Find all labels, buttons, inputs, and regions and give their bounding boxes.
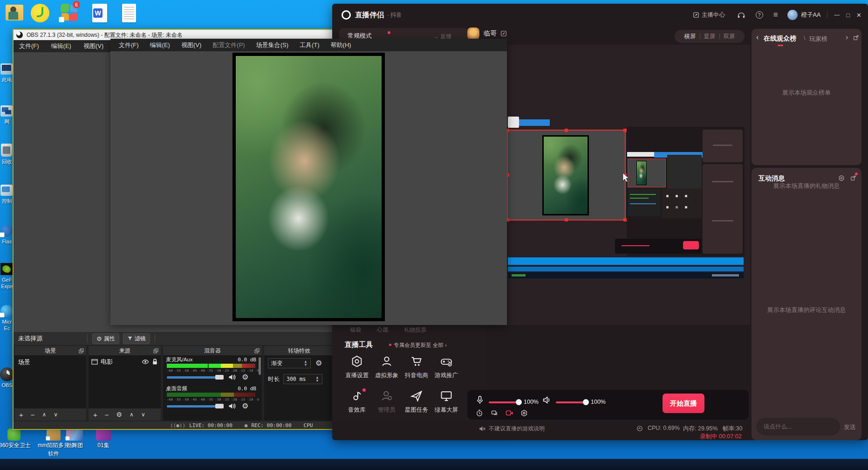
mixer-panel-header[interactable]: 混音器: [163, 346, 262, 355]
scenes-panel-header[interactable]: 场景: [14, 346, 86, 355]
mic-volume-handle[interactable]: [516, 399, 522, 405]
tab-player-rank[interactable]: 玩家榜: [809, 35, 827, 43]
user-folder-icon[interactable]: [6, 5, 23, 21]
add-scene-button[interactable]: +: [19, 411, 23, 419]
menu-help[interactable]: 帮助(H): [331, 41, 351, 49]
menu-scene-collection[interactable]: 场景集合(S): [256, 41, 288, 49]
scene-down-button[interactable]: ∨: [54, 411, 58, 418]
message-settings-icon[interactable]: [838, 175, 845, 181]
selection-handle[interactable]: [623, 218, 627, 221]
mic-volume-slider[interactable]: [489, 401, 519, 403]
maximize-button[interactable]: □: [846, 12, 850, 19]
desktop-icon-recycle-bin[interactable]: [1, 144, 12, 157]
properties-button[interactable]: ⚙属性: [92, 333, 119, 344]
start-live-button[interactable]: 开始直播: [663, 394, 704, 413]
popout-icon[interactable]: [853, 35, 859, 41]
desktop-icon-audition[interactable]: [66, 429, 83, 441]
desktop-icon-geforce[interactable]: [0, 263, 13, 275]
desktop-icon-edge[interactable]: [0, 305, 13, 317]
word-doc-icon[interactable]: W: [92, 4, 107, 22]
desktop-icon-momo-multi[interactable]: [47, 429, 61, 441]
filters-button[interactable]: 滤镜: [123, 333, 150, 344]
tab-lucky-bag[interactable]: 福袋: [350, 326, 361, 334]
scene-list-item[interactable]: 场景: [18, 358, 30, 366]
microphone-icon[interactable]: [476, 395, 484, 405]
transitions-panel-header[interactable]: 转场特效: [264, 346, 334, 355]
speaker-volume-slider[interactable]: [556, 401, 587, 403]
menu-file[interactable]: 文件(F): [119, 41, 139, 49]
capture-region-selection[interactable]: [507, 130, 626, 221]
speaker-volume-handle[interactable]: [583, 399, 589, 405]
desktop-icon-flash[interactable]: [0, 225, 13, 237]
sources-panel-header[interactable]: 来源: [89, 346, 161, 355]
scene-up-button[interactable]: ∧: [42, 411, 47, 418]
menu-edit[interactable]: 编辑(E): [150, 41, 170, 49]
camera-icon[interactable]: [506, 409, 514, 417]
add-source-button[interactable]: +: [93, 411, 97, 419]
menu-tools[interactable]: 工具(T): [300, 41, 320, 49]
eye-visibility-icon[interactable]: [142, 359, 149, 365]
lock-icon[interactable]: [152, 359, 158, 365]
tool-virtual-avatar[interactable]: 虚拟形象: [375, 355, 399, 383]
menu-icon[interactable]: ≡: [773, 10, 778, 20]
headset-icon[interactable]: [737, 11, 745, 19]
source-properties-button[interactable]: ⚙: [116, 411, 123, 418]
close-button[interactable]: ✕: [856, 12, 861, 19]
screen-flip-icon[interactable]: [491, 409, 499, 417]
selection-handle[interactable]: [565, 129, 568, 132]
transition-select[interactable]: 渐变▲▼: [268, 358, 311, 368]
account-avatar[interactable]: [787, 10, 798, 20]
duration-field[interactable]: 300 ms▲▼: [283, 374, 322, 384]
mixer-scrollbar[interactable]: [259, 357, 261, 375]
tool-admin[interactable]: 管理员: [375, 389, 399, 417]
selection-handle[interactable]: [623, 129, 627, 132]
desktop-icon-control-panel[interactable]: [0, 185, 13, 196]
menu-edit[interactable]: 编辑(E): [51, 42, 71, 50]
edit-name-icon[interactable]: [500, 30, 507, 37]
send-button[interactable]: 发送: [844, 423, 856, 431]
remove-source-button[interactable]: −: [105, 411, 109, 419]
desktop-icon-this-pc[interactable]: [0, 63, 13, 75]
tab-online-viewers[interactable]: 在线观众榜: [764, 35, 796, 43]
tools-promo-link[interactable]: 专属会员更新至 全部 ›: [394, 342, 447, 349]
menu-view[interactable]: 视图(V): [181, 41, 201, 49]
dock-float-icon[interactable]: [254, 348, 260, 353]
tab-gift-vote[interactable]: 礼物投票: [404, 326, 426, 334]
tool-green-screen[interactable]: 绿幕大屏: [434, 389, 458, 417]
speaker-volume-icon[interactable]: [543, 396, 552, 404]
menu-view[interactable]: 视图(V): [83, 42, 103, 50]
mixer-ch2-volume-slider[interactable]: [167, 405, 223, 408]
tab-portrait[interactable]: 竖屏: [704, 33, 716, 41]
menu-profile[interactable]: 配置文件(P): [212, 41, 245, 49]
speaker-icon[interactable]: [228, 403, 236, 409]
360-manager-icon[interactable]: 6: [60, 4, 79, 23]
source-down-button[interactable]: ∨: [141, 411, 145, 418]
forward-chevron-icon[interactable]: ›: [846, 33, 848, 41]
remove-scene-button[interactable]: −: [31, 411, 35, 419]
mixer-ch1-settings-icon[interactable]: ⚙: [242, 373, 248, 381]
tool-star-task[interactable]: 星图任务: [404, 389, 429, 417]
desktop-icon-360-safe[interactable]: [7, 429, 21, 441]
timer-icon[interactable]: [476, 409, 483, 417]
source-list-item[interactable]: 电影: [91, 357, 158, 366]
mixer-ch1-volume-handle[interactable]: [215, 375, 224, 380]
tab-landscape[interactable]: 横屏: [684, 33, 696, 41]
message-popout-icon[interactable]: [850, 175, 856, 181]
qq-music-icon[interactable]: [31, 4, 49, 22]
tab-wish[interactable]: 心愿: [377, 326, 388, 334]
tab-dual[interactable]: 双屏: [724, 33, 735, 41]
speaker-icon[interactable]: [228, 374, 236, 380]
tool-douyin-shop[interactable]: 抖音电商: [404, 355, 429, 383]
notepad-icon[interactable]: [122, 4, 136, 22]
desktop-icon-network[interactable]: [0, 105, 13, 117]
minimize-button[interactable]: —: [834, 12, 840, 18]
back-chevron-icon[interactable]: ‹: [756, 33, 759, 41]
chat-input[interactable]: 说点什么...: [756, 418, 840, 435]
desktop-icon-obs[interactable]: [0, 367, 14, 381]
dock-float-icon[interactable]: [79, 348, 84, 353]
help-icon[interactable]: ?: [756, 11, 763, 19]
source-up-button[interactable]: ∧: [130, 411, 134, 418]
streamer-card[interactable]: 临哥: [467, 27, 507, 40]
mixer-ch2-settings-icon[interactable]: ⚙: [242, 402, 248, 410]
mixer-ch1-volume-slider[interactable]: [167, 376, 223, 379]
